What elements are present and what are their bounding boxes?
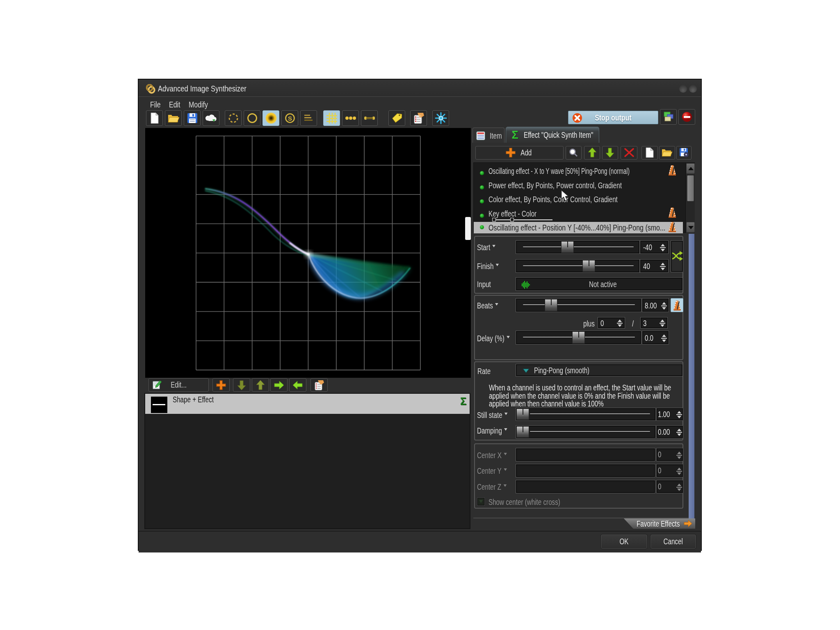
svg-text:S: S [288,115,292,122]
